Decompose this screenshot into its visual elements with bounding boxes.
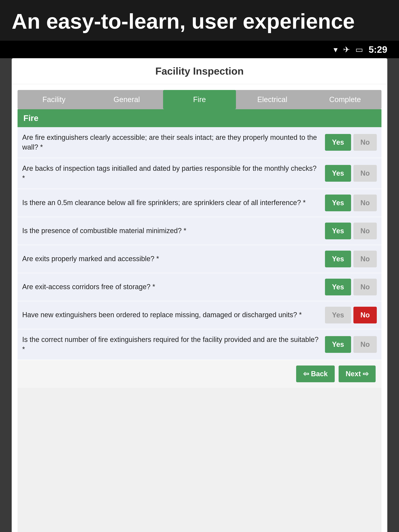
question-text: Is the presence of combustible material …: [22, 226, 325, 236]
wifi-icon: ▾: [334, 45, 338, 54]
answer-buttons: Yes No: [325, 195, 377, 211]
no-button-q6[interactable]: No: [354, 279, 377, 295]
no-button-q7[interactable]: No: [354, 307, 377, 323]
yes-button-q5[interactable]: Yes: [325, 251, 351, 267]
question-text: Are exit-access corridors free of storag…: [22, 282, 325, 292]
yes-button-q2[interactable]: Yes: [325, 165, 351, 182]
back-button[interactable]: ⇦ Back: [296, 366, 335, 382]
yes-button-q6[interactable]: Yes: [325, 279, 351, 295]
airplane-icon: ✈: [343, 45, 350, 54]
answer-buttons: Yes No: [325, 336, 377, 353]
table-row: Are backs of inspection tags initialled …: [18, 158, 381, 189]
yes-button-q3[interactable]: Yes: [325, 195, 351, 211]
banner-title: An easy-to-learn, user experience: [12, 9, 387, 33]
question-text: Is the correct number of fire extinguish…: [22, 335, 325, 355]
nav-buttons: ⇦ Back Next ⇨: [18, 360, 381, 388]
answer-buttons: Yes No: [325, 251, 377, 267]
tab-complete[interactable]: Complete: [309, 90, 381, 109]
yes-button-q7[interactable]: Yes: [325, 307, 351, 323]
app-header-title: Facility Inspection: [155, 65, 244, 77]
table-row: Are exits properly marked and accessible…: [18, 245, 381, 273]
table-row: Are exit-access corridors free of storag…: [18, 273, 381, 301]
bottom-area: [18, 388, 381, 532]
tab-facility[interactable]: Facility: [18, 90, 90, 109]
next-button[interactable]: Next ⇨: [339, 366, 376, 382]
answer-buttons: Yes No: [325, 165, 377, 182]
no-button-q1[interactable]: No: [354, 134, 377, 151]
yes-button-q1[interactable]: Yes: [325, 134, 351, 151]
no-button-q5[interactable]: No: [354, 251, 377, 267]
answer-buttons: Yes No: [325, 222, 377, 239]
table-row: Is there an 0.5m clearance below all fir…: [18, 189, 381, 217]
no-button-q2[interactable]: No: [354, 165, 377, 182]
yes-button-q8[interactable]: Yes: [325, 336, 351, 353]
no-button-q8[interactable]: No: [354, 336, 377, 353]
no-button-q3[interactable]: No: [354, 195, 377, 211]
device-frame: Facility Inspection Facility General Fir…: [12, 58, 387, 532]
answer-buttons: Yes No: [325, 134, 377, 151]
table-row: Have new extinguishers been ordered to r…: [18, 301, 381, 329]
question-text: Are fire extinguishers clearly accessibl…: [22, 133, 325, 152]
tab-fire[interactable]: Fire: [163, 90, 236, 109]
section-header: Fire: [18, 109, 381, 127]
table-row: Is the presence of combustible material …: [18, 217, 381, 245]
tab-general[interactable]: General: [90, 90, 163, 109]
top-banner: An easy-to-learn, user experience: [0, 0, 399, 41]
answer-buttons: Yes No: [325, 307, 377, 323]
question-text: Is there an 0.5m clearance below all fir…: [22, 198, 325, 208]
question-text: Are exits properly marked and accessible…: [22, 254, 325, 264]
table-row: Is the correct number of fire extinguish…: [18, 329, 381, 360]
yes-button-q4[interactable]: Yes: [325, 222, 351, 239]
battery-icon: ▭: [355, 45, 363, 54]
question-text: Are backs of inspection tags initialled …: [22, 164, 325, 183]
status-time: 5:29: [369, 44, 387, 55]
tabs-container: Facility General Fire Electrical Complet…: [18, 90, 381, 109]
status-bar: ▾ ✈ ▭ 5:29: [0, 41, 399, 58]
no-button-q4[interactable]: No: [354, 222, 377, 239]
table-row: Are fire extinguishers clearly accessibl…: [18, 127, 381, 158]
tab-electrical[interactable]: Electrical: [236, 90, 309, 109]
app-header: Facility Inspection: [12, 58, 387, 84]
questions-list: Are fire extinguishers clearly accessibl…: [18, 127, 381, 360]
answer-buttons: Yes No: [325, 279, 377, 295]
question-text: Have new extinguishers been ordered to r…: [22, 310, 325, 320]
